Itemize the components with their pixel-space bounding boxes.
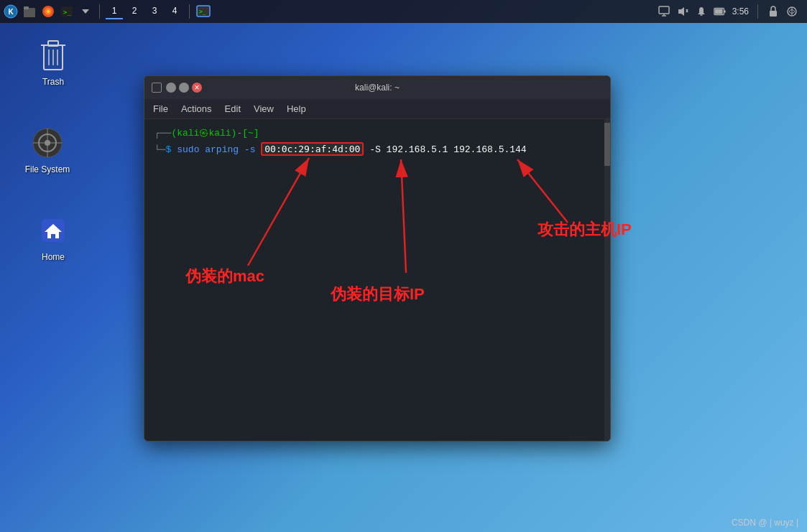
workspace-btn-2[interactable]: 2: [126, 4, 143, 19]
menu-file[interactable]: File: [153, 103, 168, 114]
svg-marker-9: [82, 9, 89, 14]
terminal-taskbar-icon[interactable]: >_: [59, 4, 75, 19]
terminal-line-1: ┌──(kali㉿kali)-[~]: [155, 126, 600, 139]
trash-image: [36, 38, 70, 73]
terminal-line-2: └─$ sudo arping -s 00:0c:29:af:4d:00 -S …: [155, 142, 600, 156]
kali-icon[interactable]: K: [3, 4, 19, 19]
lock-icon[interactable]: [767, 5, 780, 18]
taskbar-divider-1: [99, 4, 100, 19]
svg-text:K: K: [8, 8, 14, 16]
menu-view[interactable]: View: [254, 103, 274, 114]
minimize-button[interactable]: [166, 83, 176, 93]
svg-rect-12: [659, 6, 669, 14]
taskbar-left: K >_ 1 2 3 4 >_: [0, 4, 211, 19]
workspace-btn-3[interactable]: 3: [146, 4, 163, 19]
taskbar-right: 3:56: [658, 4, 807, 19]
terminal-menubar: File Actions Edit View Help: [144, 99, 610, 119]
mute-icon[interactable]: [676, 5, 689, 18]
menu-edit[interactable]: Edit: [225, 103, 241, 114]
svg-marker-15: [678, 7, 684, 16]
footer: CSDN @ | wuyz |: [732, 518, 798, 528]
home-image: [36, 213, 70, 248]
menu-help[interactable]: Help: [287, 103, 306, 114]
restore-icon[interactable]: [152, 83, 162, 93]
workspace-btn-1[interactable]: 1: [106, 4, 123, 19]
trash-label: Trash: [42, 77, 64, 87]
taskbar-dropdown-icon[interactable]: [78, 4, 93, 19]
battery-icon[interactable]: [714, 5, 727, 18]
terminal-window: kali@kali: ~ File Actions Edit View Help…: [144, 75, 611, 442]
workspace-btn-4[interactable]: 4: [166, 4, 183, 19]
clock: 3:56: [732, 6, 749, 17]
browser-icon[interactable]: [40, 4, 56, 19]
home-icon-desktop[interactable]: Home: [24, 213, 82, 262]
svg-point-6: [47, 10, 50, 13]
svg-rect-20: [714, 9, 722, 14]
svg-text:>_: >_: [199, 9, 206, 15]
taskbar-divider-3: [757, 4, 758, 19]
monitor-icon[interactable]: [658, 5, 670, 18]
maximize-button[interactable]: [179, 83, 189, 93]
terminal-body[interactable]: ┌──(kali㉿kali)-[~] └─$ sudo arping -s 00…: [144, 119, 610, 441]
menu-actions[interactable]: Actions: [181, 103, 212, 114]
taskbar-divider-2: [189, 4, 190, 19]
filemanager-icon[interactable]: [22, 4, 37, 19]
terminal-scrollbar[interactable]: [604, 119, 610, 441]
taskbar: K >_ 1 2 3 4 >_: [0, 0, 807, 23]
trash-icon-desktop[interactable]: Trash: [24, 38, 82, 87]
home-label: Home: [42, 252, 65, 262]
filesystem-icon-desktop[interactable]: File System: [19, 126, 76, 174]
close-button[interactable]: [192, 83, 202, 93]
network-icon[interactable]: [785, 5, 798, 18]
filesystem-image: [30, 126, 65, 160]
svg-rect-21: [724, 10, 725, 13]
mac-address-highlight: 00:0c:29:af:4d:00: [261, 142, 364, 156]
svg-rect-3: [24, 6, 29, 9]
active-terminal-icon[interactable]: >_: [195, 4, 211, 19]
terminal-title: kali@kali: ~: [355, 83, 400, 93]
svg-rect-22: [770, 11, 777, 17]
filesystem-label: File System: [25, 164, 70, 174]
scrollbar-thumb: [604, 123, 610, 166]
svg-text:>_: >_: [63, 9, 71, 16]
notifications-icon[interactable]: [695, 5, 708, 18]
terminal-titlebar: kali@kali: ~: [144, 76, 610, 99]
